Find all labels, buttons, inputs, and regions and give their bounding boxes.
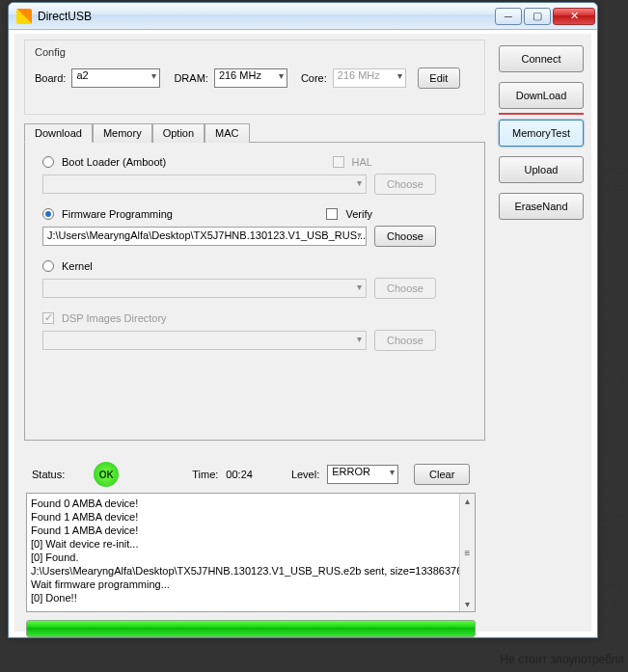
time-label: Time: <box>192 469 218 480</box>
tab-mac[interactable]: MAC <box>205 123 249 143</box>
kernel-choose-button: Choose <box>374 278 436 299</box>
red-underline <box>499 113 584 115</box>
firmware-path[interactable]: J:\Users\MearyngAlfa\Desktop\TX5J7HNB.13… <box>42 227 367 246</box>
connect-button[interactable]: Connect <box>499 45 584 72</box>
progress-bar <box>26 620 476 637</box>
download-button[interactable]: DownLoad <box>499 82 584 109</box>
scroll-grip-icon[interactable]: ≡ <box>465 546 471 560</box>
bootloader-radio[interactable] <box>42 156 54 168</box>
log-line: Found 1 AMBA device! <box>31 524 471 537</box>
board-label: Board: <box>35 72 66 84</box>
level-combo[interactable]: ERROR <box>327 465 398 484</box>
status-row: Status: OK Time: 00:24 Level: ERROR Clea… <box>32 462 478 487</box>
log-line: [0] Wait device re-init... <box>31 537 471 551</box>
firmware-label: Firmware Programming <box>62 208 173 220</box>
tab-memory[interactable]: Memory <box>93 123 152 143</box>
log-line: [0] Done!! <box>31 591 471 605</box>
sidebar: Connect DownLoad MemoryTest Upload Erase… <box>499 45 584 220</box>
status-label: Status: <box>32 469 65 480</box>
erasenand-button[interactable]: EraseNand <box>499 193 584 220</box>
log-line: J:\Users\MearyngAlfa\Desktop\TX5J7HNB.13… <box>31 564 471 578</box>
scroll-down-icon[interactable]: ▾ <box>465 597 470 611</box>
kernel-radio[interactable] <box>42 260 54 272</box>
dsp-label: DSP Images Directory <box>62 312 167 324</box>
verify-label: Verify <box>345 208 372 220</box>
tab-option[interactable]: Option <box>152 123 205 143</box>
level-label: Level: <box>291 469 319 480</box>
log-line: Found 0 AMBA device! <box>31 497 471 510</box>
board-combo[interactable]: a2 <box>71 68 160 88</box>
config-title: Config <box>35 46 475 58</box>
scroll-up-icon[interactable]: ▴ <box>465 494 470 508</box>
firmware-choose-button[interactable]: Choose <box>374 226 436 247</box>
close-button[interactable]: ✕ <box>553 8 595 25</box>
memorytest-button[interactable]: MemoryTest <box>499 120 584 147</box>
app-icon <box>16 9 32 24</box>
titlebar[interactable]: DirectUSB ─ ▢ ✕ <box>9 3 597 30</box>
config-group: Config Board: a2 DRAM: 216 MHz Core: 216… <box>24 40 485 115</box>
hal-label: HAL <box>352 156 372 168</box>
log-scrollbar[interactable]: ▴ ≡ ▾ <box>459 494 475 611</box>
bootloader-path <box>42 175 367 194</box>
verify-checkbox[interactable] <box>326 208 338 220</box>
edit-button[interactable]: Edit <box>418 67 460 89</box>
log-line: Found 1 AMBA device! <box>31 510 471 524</box>
tab-download[interactable]: Download <box>24 123 93 143</box>
background-text: нти че писал калов из П вать н виде скир… <box>597 145 626 631</box>
client-area: Connect DownLoad MemoryTest Upload Erase… <box>14 34 591 632</box>
maximize-button[interactable]: ▢ <box>524 8 551 25</box>
firmware-radio[interactable] <box>42 208 54 220</box>
log-line: [0] Found. <box>31 551 471 564</box>
tab-page-download: Boot Loader (Amboot) HAL Choose Firmware… <box>24 142 485 441</box>
dsp-choose-button: Choose <box>374 330 436 351</box>
kernel-label: Kernel <box>62 260 93 272</box>
background-bottom-text: Не стоит злоупотребля <box>500 653 624 666</box>
dram-label: DRAM: <box>174 72 207 84</box>
log-line: Wait firmware programming... <box>31 578 471 591</box>
window: DirectUSB ─ ▢ ✕ Connect DownLoad MemoryT… <box>8 2 598 638</box>
bootloader-choose-button: Choose <box>374 174 436 195</box>
log-content: Found 0 AMBA device!Found 1 AMBA device!… <box>31 497 471 605</box>
upload-button[interactable]: Upload <box>499 156 584 183</box>
dsp-path <box>42 331 367 350</box>
bootloader-label: Boot Loader (Amboot) <box>62 156 166 168</box>
log-box[interactable]: Found 0 AMBA device!Found 1 AMBA device!… <box>26 493 476 612</box>
dram-combo[interactable]: 216 MHz <box>214 68 287 88</box>
core-label: Core: <box>301 72 327 84</box>
kernel-path <box>42 279 367 298</box>
dsp-checkbox: ✓ <box>42 312 54 324</box>
tab-control: Download Memory Option MAC Boot Loader (… <box>24 122 485 444</box>
window-title: DirectUSB <box>38 10 493 23</box>
time-value: 00:24 <box>226 469 253 480</box>
status-ok-badge: OK <box>94 462 119 487</box>
hal-checkbox <box>333 156 344 168</box>
core-combo: 216 MHz <box>333 68 406 88</box>
clear-button[interactable]: Clear <box>414 464 470 485</box>
minimize-button[interactable]: ─ <box>495 8 522 25</box>
